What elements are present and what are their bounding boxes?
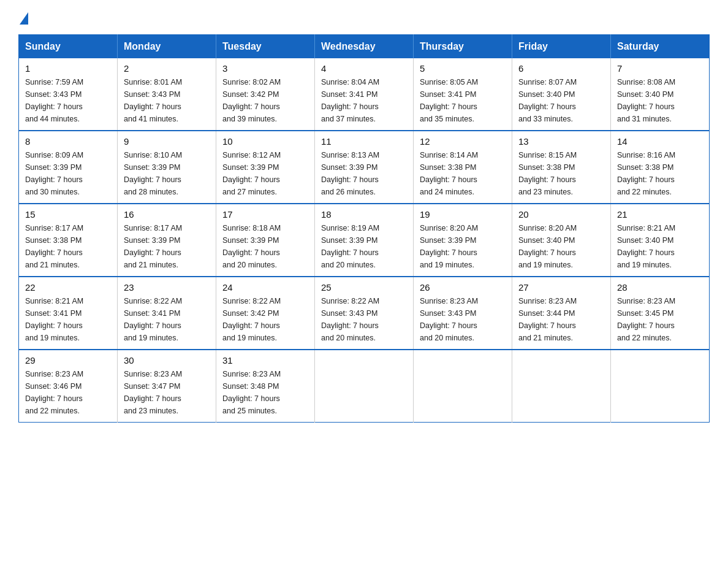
col-header-monday: Monday [118, 35, 216, 59]
calendar-week-row: 15 Sunrise: 8:17 AM Sunset: 3:38 PM Dayl… [19, 204, 710, 277]
day-info: Sunrise: 8:14 AM Sunset: 3:38 PM Dayligh… [420, 149, 506, 198]
calendar-cell: 29 Sunrise: 8:23 AM Sunset: 3:46 PM Dayl… [19, 350, 118, 423]
day-info: Sunrise: 8:17 AM Sunset: 3:38 PM Dayligh… [25, 222, 111, 271]
calendar-cell: 14 Sunrise: 8:16 AM Sunset: 3:38 PM Dayl… [611, 131, 710, 204]
day-info: Sunrise: 8:02 AM Sunset: 3:42 PM Dayligh… [222, 76, 308, 125]
day-number: 5 [420, 63, 506, 74]
day-info: Sunrise: 8:23 AM Sunset: 3:46 PM Dayligh… [25, 368, 111, 417]
day-info: Sunrise: 8:22 AM Sunset: 3:42 PM Dayligh… [222, 295, 308, 344]
day-number: 8 [25, 136, 111, 147]
calendar-cell: 17 Sunrise: 8:18 AM Sunset: 3:39 PM Dayl… [216, 204, 315, 277]
col-header-sunday: Sunday [19, 35, 118, 59]
day-number: 9 [124, 136, 210, 147]
calendar-cell [315, 350, 414, 423]
day-number: 6 [518, 63, 604, 74]
day-number: 15 [25, 209, 111, 220]
calendar-cell: 12 Sunrise: 8:14 AM Sunset: 3:38 PM Dayl… [414, 131, 512, 204]
calendar-cell: 15 Sunrise: 8:17 AM Sunset: 3:38 PM Dayl… [19, 204, 118, 277]
day-info: Sunrise: 8:23 AM Sunset: 3:44 PM Dayligh… [518, 295, 604, 344]
day-number: 19 [420, 209, 506, 220]
calendar-cell [414, 350, 512, 423]
calendar-cell: 11 Sunrise: 8:13 AM Sunset: 3:39 PM Dayl… [315, 131, 414, 204]
calendar-cell: 31 Sunrise: 8:23 AM Sunset: 3:48 PM Dayl… [216, 350, 315, 423]
col-header-saturday: Saturday [611, 35, 710, 59]
day-info: Sunrise: 8:18 AM Sunset: 3:39 PM Dayligh… [222, 222, 308, 271]
day-number: 4 [321, 63, 407, 74]
day-info: Sunrise: 8:16 AM Sunset: 3:38 PM Dayligh… [617, 149, 703, 198]
day-number: 2 [124, 63, 210, 74]
day-number: 12 [420, 136, 506, 147]
day-number: 16 [124, 209, 210, 220]
day-number: 27 [518, 282, 604, 293]
calendar-cell: 22 Sunrise: 8:21 AM Sunset: 3:41 PM Dayl… [19, 277, 118, 350]
calendar-cell: 18 Sunrise: 8:19 AM Sunset: 3:39 PM Dayl… [315, 204, 414, 277]
calendar-cell: 26 Sunrise: 8:23 AM Sunset: 3:43 PM Dayl… [414, 277, 512, 350]
calendar-table: SundayMondayTuesdayWednesdayThursdayFrid… [18, 34, 710, 423]
calendar-week-row: 22 Sunrise: 8:21 AM Sunset: 3:41 PM Dayl… [19, 277, 710, 350]
day-number: 1 [25, 63, 111, 74]
calendar-cell [611, 350, 710, 423]
calendar-cell: 1 Sunrise: 7:59 AM Sunset: 3:43 PM Dayli… [19, 58, 118, 131]
day-info: Sunrise: 8:05 AM Sunset: 3:41 PM Dayligh… [420, 76, 506, 125]
day-number: 11 [321, 136, 407, 147]
calendar-cell: 7 Sunrise: 8:08 AM Sunset: 3:40 PM Dayli… [611, 58, 710, 131]
calendar-week-row: 8 Sunrise: 8:09 AM Sunset: 3:39 PM Dayli… [19, 131, 710, 204]
day-info: Sunrise: 8:22 AM Sunset: 3:41 PM Dayligh… [124, 295, 210, 344]
calendar-cell [512, 350, 611, 423]
calendar-cell: 21 Sunrise: 8:21 AM Sunset: 3:40 PM Dayl… [611, 204, 710, 277]
day-info: Sunrise: 8:01 AM Sunset: 3:43 PM Dayligh… [124, 76, 210, 125]
calendar-cell: 16 Sunrise: 8:17 AM Sunset: 3:39 PM Dayl… [118, 204, 216, 277]
calendar-cell: 10 Sunrise: 8:12 AM Sunset: 3:39 PM Dayl… [216, 131, 315, 204]
calendar-cell: 20 Sunrise: 8:20 AM Sunset: 3:40 PM Dayl… [512, 204, 611, 277]
calendar-cell: 5 Sunrise: 8:05 AM Sunset: 3:41 PM Dayli… [414, 58, 512, 131]
day-number: 22 [25, 282, 111, 293]
day-number: 31 [222, 355, 308, 366]
day-number: 26 [420, 282, 506, 293]
calendar-cell: 23 Sunrise: 8:22 AM Sunset: 3:41 PM Dayl… [118, 277, 216, 350]
calendar-cell: 28 Sunrise: 8:23 AM Sunset: 3:45 PM Dayl… [611, 277, 710, 350]
calendar-cell: 24 Sunrise: 8:22 AM Sunset: 3:42 PM Dayl… [216, 277, 315, 350]
day-info: Sunrise: 8:12 AM Sunset: 3:39 PM Dayligh… [222, 149, 308, 198]
calendar-header-row: SundayMondayTuesdayWednesdayThursdayFrid… [19, 35, 710, 59]
day-number: 29 [25, 355, 111, 366]
calendar-cell: 9 Sunrise: 8:10 AM Sunset: 3:39 PM Dayli… [118, 131, 216, 204]
logo [18, 12, 28, 23]
calendar-cell: 27 Sunrise: 8:23 AM Sunset: 3:44 PM Dayl… [512, 277, 611, 350]
day-number: 24 [222, 282, 308, 293]
day-info: Sunrise: 8:07 AM Sunset: 3:40 PM Dayligh… [518, 76, 604, 125]
logo-triangle-icon [20, 12, 28, 25]
col-header-tuesday: Tuesday [216, 35, 315, 59]
day-info: Sunrise: 7:59 AM Sunset: 3:43 PM Dayligh… [25, 76, 111, 125]
day-info: Sunrise: 8:21 AM Sunset: 3:41 PM Dayligh… [25, 295, 111, 344]
day-number: 28 [617, 282, 703, 293]
day-number: 17 [222, 209, 308, 220]
day-number: 14 [617, 136, 703, 147]
day-number: 20 [518, 209, 604, 220]
calendar-cell: 6 Sunrise: 8:07 AM Sunset: 3:40 PM Dayli… [512, 58, 611, 131]
calendar-cell: 13 Sunrise: 8:15 AM Sunset: 3:38 PM Dayl… [512, 131, 611, 204]
calendar-cell: 25 Sunrise: 8:22 AM Sunset: 3:43 PM Dayl… [315, 277, 414, 350]
col-header-thursday: Thursday [414, 35, 512, 59]
day-number: 21 [617, 209, 703, 220]
col-header-wednesday: Wednesday [315, 35, 414, 59]
day-info: Sunrise: 8:23 AM Sunset: 3:48 PM Dayligh… [222, 368, 308, 417]
day-number: 7 [617, 63, 703, 74]
calendar-cell: 30 Sunrise: 8:23 AM Sunset: 3:47 PM Dayl… [118, 350, 216, 423]
day-info: Sunrise: 8:13 AM Sunset: 3:39 PM Dayligh… [321, 149, 407, 198]
day-info: Sunrise: 8:10 AM Sunset: 3:39 PM Dayligh… [124, 149, 210, 198]
day-info: Sunrise: 8:08 AM Sunset: 3:40 PM Dayligh… [617, 76, 703, 125]
day-info: Sunrise: 8:21 AM Sunset: 3:40 PM Dayligh… [617, 222, 703, 271]
calendar-cell: 2 Sunrise: 8:01 AM Sunset: 3:43 PM Dayli… [118, 58, 216, 131]
day-number: 13 [518, 136, 604, 147]
day-info: Sunrise: 8:23 AM Sunset: 3:47 PM Dayligh… [124, 368, 210, 417]
day-info: Sunrise: 8:23 AM Sunset: 3:43 PM Dayligh… [420, 295, 506, 344]
day-number: 10 [222, 136, 308, 147]
day-number: 18 [321, 209, 407, 220]
day-info: Sunrise: 8:20 AM Sunset: 3:39 PM Dayligh… [420, 222, 506, 271]
day-info: Sunrise: 8:22 AM Sunset: 3:43 PM Dayligh… [321, 295, 407, 344]
day-info: Sunrise: 8:15 AM Sunset: 3:38 PM Dayligh… [518, 149, 604, 198]
day-number: 3 [222, 63, 308, 74]
calendar-cell: 3 Sunrise: 8:02 AM Sunset: 3:42 PM Dayli… [216, 58, 315, 131]
day-info: Sunrise: 8:09 AM Sunset: 3:39 PM Dayligh… [25, 149, 111, 198]
calendar-cell: 8 Sunrise: 8:09 AM Sunset: 3:39 PM Dayli… [19, 131, 118, 204]
